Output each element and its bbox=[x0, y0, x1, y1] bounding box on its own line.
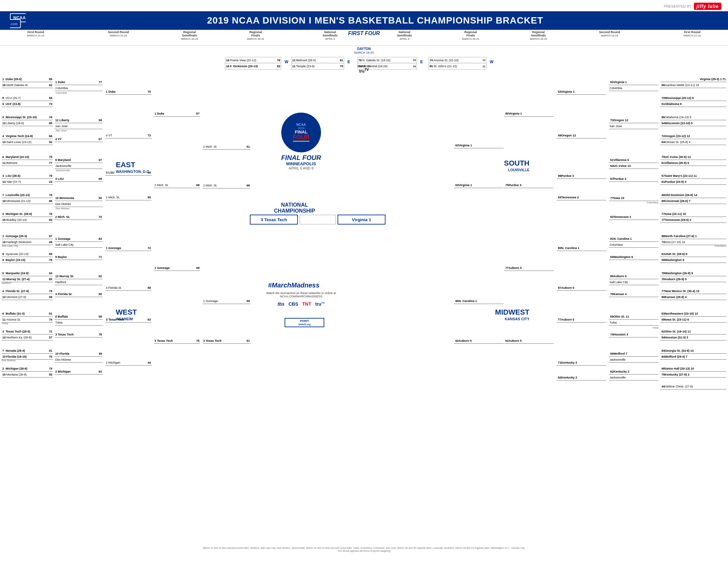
ff-game-1: 16Prairie View (22-12)76 16F. Dickinson … bbox=[225, 57, 281, 70]
east-r3-g1-t2: 4 VT73 bbox=[105, 132, 152, 138]
west-r1-g3-t1: 5Marquette (24-9)64 bbox=[2, 270, 53, 276]
mw-r2-g4: 75Kansas 4 bbox=[609, 291, 659, 297]
mw-r1-g8-t3: 44Abilene Christ. (27-6) bbox=[660, 384, 726, 390]
mw-r2-g1: 81N. Carolina 1 bbox=[609, 236, 659, 242]
south-r2-g1: 63Virginia 1 bbox=[609, 79, 659, 85]
mw-r1-g3-t1: 78Washington (26-8) 9 bbox=[660, 270, 726, 276]
east-r1-g1-t2: 16North Dakota St.62 bbox=[2, 82, 53, 88]
mw-r2-g1b: Columbus bbox=[609, 242, 659, 248]
mw-r1-g3-t2: 78Auburn (26-9) 5 bbox=[660, 276, 726, 282]
mw-r2-g3b: Salt Lake City bbox=[609, 279, 659, 285]
south-r1-g6-t1: 57Saint Mary's (22-11) 11 bbox=[660, 173, 726, 179]
west-r2-g3-t2: Hartford bbox=[55, 279, 103, 285]
west-r1-g2-t2: 9Baylor (19-13)78 bbox=[2, 257, 53, 263]
south-r3-g1b: 49Oregon 12 bbox=[557, 132, 606, 138]
mw-r1-g6-t1: 62Ohio St. (19-14) 11 bbox=[660, 329, 726, 335]
west-r3-g2-t2: 2 Michigan44 bbox=[105, 360, 152, 366]
west-region-city: ANAHEIM bbox=[116, 317, 133, 321]
west-r1-g4-t2: 13Vermont (27-6)69 bbox=[2, 294, 53, 300]
west-r3-g1-t2: 4 Florida St.58 bbox=[105, 285, 152, 291]
nat-semi-right-b2: 62Auburn 5 bbox=[454, 338, 504, 344]
final-four-logo: NCAA 2019 FINAL FOUR FINAL FOUR MINNEAPO… bbox=[258, 113, 344, 170]
mw-r1-g1-t1: 88North Carolina (27-6) 1 bbox=[660, 233, 726, 239]
west-r2-g1-t2: Salt Lake City bbox=[55, 242, 103, 248]
ff-game-4: 74Arizona St. (22-10)11 65St. John's (21… bbox=[429, 57, 486, 70]
ohio-tulsa: Tulsa bbox=[652, 326, 659, 329]
west-r2-g7-t2: Des Moines bbox=[55, 357, 103, 363]
round-header-right3: RegionalFinalsMARCH 30-31 bbox=[449, 30, 492, 45]
south-r3-g1: 53Virginia 1 bbox=[557, 89, 606, 95]
west-r2-g8-t1: 2 Michigan64 bbox=[55, 369, 103, 375]
round-header-left2: Second RoundMARCH 23-24 bbox=[94, 30, 143, 45]
south-r4-t1: 80Virginia 1 bbox=[504, 111, 554, 117]
first-four-header: FIRST FOUR bbox=[331, 30, 397, 36]
west-r1-g6-t2: 14Northern Ky. (26-8)57 bbox=[2, 335, 53, 341]
east-region-label: EAST bbox=[116, 161, 135, 169]
mw-r1-g6-t2: 84Houston (31-3) 3 bbox=[660, 335, 726, 341]
network-logos: tbs CBS TNT truTV bbox=[255, 302, 347, 307]
south-r4-t2: 75Purdue 3 bbox=[504, 182, 554, 188]
ff-game-2: 11Belmont (26-5)81 11Temple (23-9)70 bbox=[291, 57, 344, 70]
east-r1-g5-t1: 6Maryland (22-10)79 bbox=[2, 154, 53, 160]
bracket-container: First RoundMARCH 21-22 Second RoundMARCH… bbox=[0, 30, 728, 553]
west-r2-g4-t1: 4 Florida St.90 bbox=[55, 291, 103, 297]
march-madness-tag: #MarchMadness bbox=[268, 282, 320, 289]
south-r1-g4-t1: 72Oregon (23-12) 12 bbox=[660, 133, 726, 139]
east-r4-t1: 1 Duke67 bbox=[154, 111, 200, 117]
south-r1-g1-t1: 71Virginia (29-3) 1 bbox=[660, 76, 726, 82]
south-r2-purd: 87Purdue 3 bbox=[609, 176, 659, 182]
mw-r2-g7: 56Wofford 7 bbox=[609, 351, 659, 357]
west-r1-g5-t1: 6Buffalo (31-3)91 bbox=[2, 311, 53, 317]
champion-box bbox=[299, 214, 336, 224]
east-r2-g4-t1: 10 Minnesota50 bbox=[55, 195, 103, 201]
midwest-region-label: MIDWEST bbox=[495, 308, 529, 317]
tnt-logo: TNT bbox=[302, 302, 311, 307]
round-header-left4: RegionalFinalsMARCH 30-31 bbox=[236, 30, 276, 45]
national-semi-left-b2: 3 Texas Tech61 bbox=[203, 338, 250, 344]
ff-label-e1: E bbox=[347, 60, 350, 64]
south-r1-g3-t2: 54Wisconsin (23-10) 5 bbox=[660, 120, 726, 126]
mw-r4-t2: 62Auburn 5 bbox=[504, 338, 554, 344]
round-header-left3: RegionalSemifinalsMARCH 28-29 bbox=[168, 30, 211, 45]
watch-tru-badge: Watch OntruTV bbox=[357, 65, 371, 73]
page-title: 2019 NCAA DIVISION I MEN'S BASKETBALL CH… bbox=[32, 15, 718, 26]
east-r1-g8-t1: 2Michigan St. (28-6)76 bbox=[2, 211, 53, 217]
east-r2-g3-t2: Jacksonville bbox=[55, 163, 103, 169]
south-r1-g8-t2: 77Tennessee (29-5) 2 bbox=[660, 217, 726, 223]
east-r2-g4-t2: Des Moines bbox=[55, 201, 103, 207]
east-r1-g4-t2: 13Saint Louis (23-12)52 bbox=[2, 139, 53, 145]
east-r4-t2: 2 Mich. St.68 bbox=[154, 182, 200, 188]
east-r2-g1-t1: 1 Duke77 bbox=[55, 79, 103, 85]
ohio-st-r2: 59Ohio St. 11 bbox=[609, 314, 659, 320]
south-r2-iowa-city: Columbus bbox=[647, 201, 659, 204]
mw-r3-g1b: 97Auburn 5 bbox=[557, 285, 606, 291]
south-r1-g5-t1: 70UC Irvine (30-5) 13 bbox=[660, 154, 726, 160]
east-r2-g2-t1: 12 Liberty58 bbox=[55, 117, 103, 123]
watch-networks-label: Watch the tournament on these networks o… bbox=[255, 292, 347, 298]
south-r2-g2b: San Jose bbox=[609, 123, 659, 129]
dont-bet-logo: POINTSHAVE.org bbox=[285, 318, 324, 327]
west-r2-g6-t1: 3 Texas Tech78 bbox=[55, 332, 103, 338]
south-r1-g4-t2: 64Kansas St. (25-8) 4 bbox=[660, 139, 726, 145]
south-region-label: SOUTH bbox=[504, 159, 529, 167]
south-r3-g2a: 99Purdue 3 bbox=[557, 173, 606, 179]
tru-logo: truTV bbox=[315, 302, 325, 307]
south-r2-g2: 73Oregon 12 bbox=[609, 117, 659, 123]
mw-r1-g7-t2: 84Wofford (29-4) 7 bbox=[660, 354, 726, 360]
west-r1-g5-city: Tulsa bbox=[2, 322, 8, 325]
mw-r2-g8b: Jacksonville bbox=[609, 375, 659, 381]
mw-r2-g6: 74Houston 3 bbox=[609, 332, 659, 338]
mw-r2-g7b: Jacksonville bbox=[609, 357, 659, 363]
header-bar: NCAA.com 2019 NCAA DIVISION I MEN'S BASK… bbox=[0, 11, 728, 30]
west-r1-g5-t2: 11Arizona St.74 bbox=[2, 317, 53, 323]
south-r2-g1b: Columbia bbox=[609, 85, 659, 91]
champ-box-texas-tech: 3 Texas Tech bbox=[250, 214, 298, 224]
east-r2-lsu: 3 LSU68 bbox=[55, 176, 103, 182]
presented-by-bar: PRESENTED BY jiffy lube bbox=[0, 0, 728, 11]
south-r1-g1-t2: 56Gardner-Webb (23-11) 16 bbox=[660, 82, 726, 88]
east-r2-g2-city: San Jose bbox=[56, 129, 67, 132]
west-r4-t2: 3 Texas Tech75 bbox=[154, 338, 200, 344]
mw-r1-g8-t1: 68Seton Hall (20-13) 10 bbox=[660, 366, 726, 372]
mw-r1-g4-t1: 77New Mexico St. (30-4) 12 bbox=[660, 288, 726, 294]
west-r3-g1-t1: 1 Gonzaga72 bbox=[105, 245, 152, 251]
